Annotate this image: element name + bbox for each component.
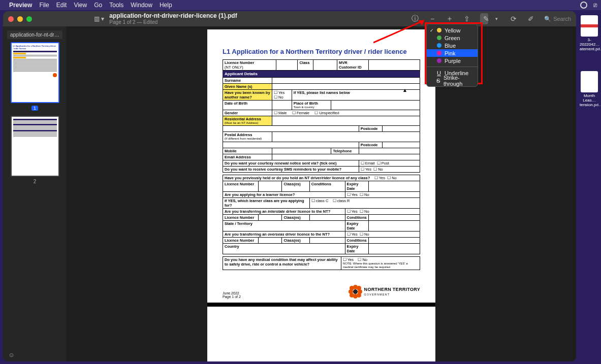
document-view[interactable]: L1 Application for a Northern Territory … <box>67 26 576 361</box>
search-icon: 🔍 <box>544 16 551 22</box>
color-option-pink[interactable]: Pink <box>427 49 478 57</box>
record-icon[interactable] <box>580 2 587 9</box>
color-option-purple[interactable]: Purple <box>427 57 478 64</box>
zoom-in-icon[interactable]: ＋ <box>446 14 454 23</box>
form-title: L1 Application for a Northern Territory … <box>223 48 420 55</box>
menu-help[interactable]: Help <box>160 2 172 9</box>
document-title: application-for-nt-driver-rider-licence … <box>109 13 237 19</box>
desktop-file-label: 3-2022042…atement.pd… <box>580 38 599 51</box>
menu-tools[interactable]: Tools <box>109 2 123 9</box>
info-icon[interactable]: ⓘ <box>411 14 419 23</box>
tag-icon[interactable]: ⊙ <box>9 352 14 358</box>
menu-view[interactable]: View <box>74 2 87 9</box>
page-number: 2 <box>7 179 62 184</box>
preview-window: ▥ ▾ application-for-nt-driver-rider-lice… <box>3 11 576 361</box>
share-icon[interactable]: ⇪ <box>463 15 471 23</box>
markup-icon[interactable]: ✐ <box>527 15 535 23</box>
pdf-page-1: L1 Application for a Northern Territory … <box>207 29 435 361</box>
app-name[interactable]: Preview <box>9 2 32 9</box>
zoom-out-icon[interactable]: − <box>428 15 436 23</box>
system-menubar: Preview File Edit View Go Tools Window H… <box>0 0 601 10</box>
close-button[interactable] <box>8 16 14 22</box>
page-badge: 1 <box>31 106 38 111</box>
sidebar-toggle-icon[interactable]: ▥ ▾ <box>94 15 104 22</box>
control-center-icon[interactable]: ⎚ <box>593 2 597 9</box>
menu-file[interactable]: File <box>39 2 49 9</box>
rotate-icon[interactable]: ⟳ <box>510 15 518 23</box>
window-titlebar: ▥ ▾ application-for-nt-driver-rider-lice… <box>3 11 576 26</box>
search-placeholder: Search <box>553 16 571 22</box>
highlight-menu-chevron-icon[interactable]: ▾ <box>492 16 500 21</box>
color-option-yellow[interactable]: ✓ Yellow <box>427 26 478 34</box>
fullscreen-button[interactable] <box>26 16 32 22</box>
nt-gov-logo: NORTHERN TERRITORYGOVERNMENT <box>349 285 420 299</box>
footer-page: Page 1 of 2 <box>223 295 241 299</box>
section-header: Applicant Details <box>223 71 420 77</box>
menu-edit[interactable]: Edit <box>56 2 67 9</box>
highlight-icon[interactable]: ✎ <box>480 13 488 24</box>
menu-window[interactable]: Window <box>131 2 152 9</box>
footer-date: June 2022 <box>223 291 241 295</box>
desktop-file[interactable]: 3-2022042…atement.pd… <box>580 15 599 51</box>
menu-go[interactable]: Go <box>94 2 102 9</box>
highlight-color-menu: ✓ Yellow Green Blue Pink Purple U Underl… <box>426 24 478 87</box>
style-option-strikethrough[interactable]: S Strike-through <box>427 77 478 84</box>
minimize-button[interactable] <box>17 16 23 22</box>
color-option-blue[interactable]: Blue <box>427 42 478 49</box>
color-option-green[interactable]: Green <box>427 34 478 42</box>
search-field[interactable]: 🔍 Search <box>544 16 571 22</box>
sidebar-tab[interactable]: application-for-nt-drive… <box>7 30 62 39</box>
thumbnail-sidebar: application-for-nt-drive… L1 Application… <box>3 26 67 361</box>
desktop-file[interactable]: Month Leas…tension.pd… <box>580 71 599 107</box>
desktop-file-label: Month Leas…tension.pd… <box>580 93 599 107</box>
document-subtitle: Page 1 of 2 — Edited <box>109 19 237 25</box>
page-thumbnail-1[interactable]: L1 Application for a Northern Territory … <box>11 42 59 103</box>
page-thumbnail-2[interactable] <box>11 116 59 177</box>
